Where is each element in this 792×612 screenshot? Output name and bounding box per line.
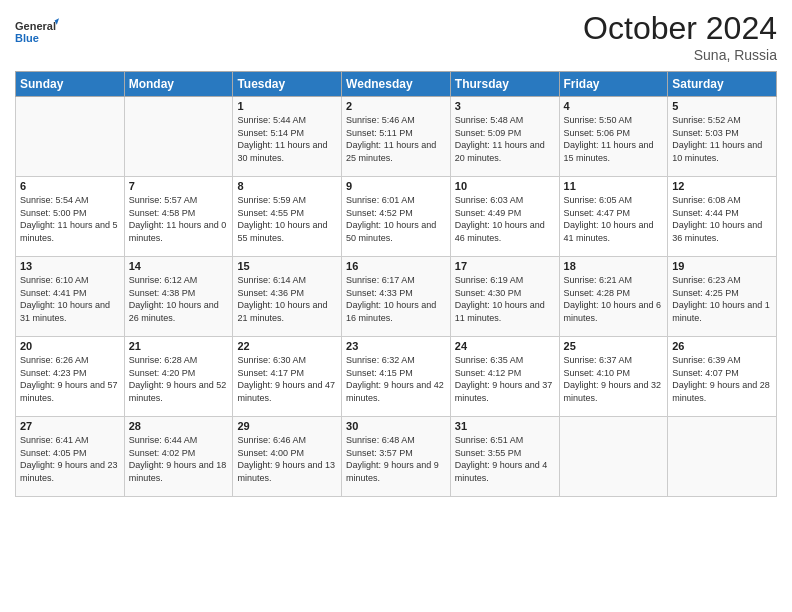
table-row: 23 Sunrise: 6:32 AMSunset: 4:15 PMDaylig… <box>342 337 451 417</box>
table-row <box>16 97 125 177</box>
day-number: 13 <box>20 260 120 272</box>
logo-svg: General Blue <box>15 10 59 54</box>
table-row: 2 Sunrise: 5:46 AMSunset: 5:11 PMDayligh… <box>342 97 451 177</box>
day-number: 23 <box>346 340 446 352</box>
day-info: Sunrise: 6:39 AMSunset: 4:07 PMDaylight:… <box>672 354 772 404</box>
calendar-table: Sunday Monday Tuesday Wednesday Thursday… <box>15 71 777 497</box>
table-row: 25 Sunrise: 6:37 AMSunset: 4:10 PMDaylig… <box>559 337 668 417</box>
header-wednesday: Wednesday <box>342 72 451 97</box>
svg-text:General: General <box>15 20 56 32</box>
month-title: October 2024 <box>583 10 777 47</box>
header-friday: Friday <box>559 72 668 97</box>
table-row: 10 Sunrise: 6:03 AMSunset: 4:49 PMDaylig… <box>450 177 559 257</box>
day-info: Sunrise: 6:26 AMSunset: 4:23 PMDaylight:… <box>20 354 120 404</box>
day-info: Sunrise: 6:08 AMSunset: 4:44 PMDaylight:… <box>672 194 772 244</box>
header-monday: Monday <box>124 72 233 97</box>
day-number: 14 <box>129 260 229 272</box>
day-info: Sunrise: 5:57 AMSunset: 4:58 PMDaylight:… <box>129 194 229 244</box>
day-number: 9 <box>346 180 446 192</box>
day-number: 2 <box>346 100 446 112</box>
day-info: Sunrise: 5:44 AMSunset: 5:14 PMDaylight:… <box>237 114 337 164</box>
day-number: 17 <box>455 260 555 272</box>
table-row: 15 Sunrise: 6:14 AMSunset: 4:36 PMDaylig… <box>233 257 342 337</box>
day-number: 12 <box>672 180 772 192</box>
header-saturday: Saturday <box>668 72 777 97</box>
table-row: 11 Sunrise: 6:05 AMSunset: 4:47 PMDaylig… <box>559 177 668 257</box>
table-row: 26 Sunrise: 6:39 AMSunset: 4:07 PMDaylig… <box>668 337 777 417</box>
day-info: Sunrise: 6:35 AMSunset: 4:12 PMDaylight:… <box>455 354 555 404</box>
table-row: 30 Sunrise: 6:48 AMSunset: 3:57 PMDaylig… <box>342 417 451 497</box>
table-row: 31 Sunrise: 6:51 AMSunset: 3:55 PMDaylig… <box>450 417 559 497</box>
day-info: Sunrise: 6:44 AMSunset: 4:02 PMDaylight:… <box>129 434 229 484</box>
table-row: 13 Sunrise: 6:10 AMSunset: 4:41 PMDaylig… <box>16 257 125 337</box>
location: Suna, Russia <box>583 47 777 63</box>
day-info: Sunrise: 5:50 AMSunset: 5:06 PMDaylight:… <box>564 114 664 164</box>
day-info: Sunrise: 6:23 AMSunset: 4:25 PMDaylight:… <box>672 274 772 324</box>
day-number: 6 <box>20 180 120 192</box>
day-info: Sunrise: 5:52 AMSunset: 5:03 PMDaylight:… <box>672 114 772 164</box>
day-number: 29 <box>237 420 337 432</box>
table-row: 6 Sunrise: 5:54 AMSunset: 5:00 PMDayligh… <box>16 177 125 257</box>
day-info: Sunrise: 6:46 AMSunset: 4:00 PMDaylight:… <box>237 434 337 484</box>
day-info: Sunrise: 6:01 AMSunset: 4:52 PMDaylight:… <box>346 194 446 244</box>
day-number: 31 <box>455 420 555 432</box>
table-row: 29 Sunrise: 6:46 AMSunset: 4:00 PMDaylig… <box>233 417 342 497</box>
day-info: Sunrise: 6:28 AMSunset: 4:20 PMDaylight:… <box>129 354 229 404</box>
day-number: 22 <box>237 340 337 352</box>
table-row: 9 Sunrise: 6:01 AMSunset: 4:52 PMDayligh… <box>342 177 451 257</box>
day-info: Sunrise: 5:59 AMSunset: 4:55 PMDaylight:… <box>237 194 337 244</box>
day-info: Sunrise: 6:51 AMSunset: 3:55 PMDaylight:… <box>455 434 555 484</box>
table-row: 17 Sunrise: 6:19 AMSunset: 4:30 PMDaylig… <box>450 257 559 337</box>
day-number: 26 <box>672 340 772 352</box>
logo: General Blue <box>15 10 59 54</box>
table-row: 27 Sunrise: 6:41 AMSunset: 4:05 PMDaylig… <box>16 417 125 497</box>
header-thursday: Thursday <box>450 72 559 97</box>
table-row <box>124 97 233 177</box>
table-row: 3 Sunrise: 5:48 AMSunset: 5:09 PMDayligh… <box>450 97 559 177</box>
day-number: 7 <box>129 180 229 192</box>
day-number: 15 <box>237 260 337 272</box>
day-info: Sunrise: 5:54 AMSunset: 5:00 PMDaylight:… <box>20 194 120 244</box>
table-row <box>559 417 668 497</box>
day-number: 19 <box>672 260 772 272</box>
day-info: Sunrise: 6:21 AMSunset: 4:28 PMDaylight:… <box>564 274 664 324</box>
day-number: 4 <box>564 100 664 112</box>
day-number: 27 <box>20 420 120 432</box>
table-row: 1 Sunrise: 5:44 AMSunset: 5:14 PMDayligh… <box>233 97 342 177</box>
header-sunday: Sunday <box>16 72 125 97</box>
table-row: 22 Sunrise: 6:30 AMSunset: 4:17 PMDaylig… <box>233 337 342 417</box>
day-info: Sunrise: 6:48 AMSunset: 3:57 PMDaylight:… <box>346 434 446 484</box>
day-info: Sunrise: 5:46 AMSunset: 5:11 PMDaylight:… <box>346 114 446 164</box>
svg-text:Blue: Blue <box>15 32 39 44</box>
day-info: Sunrise: 6:32 AMSunset: 4:15 PMDaylight:… <box>346 354 446 404</box>
day-number: 3 <box>455 100 555 112</box>
day-info: Sunrise: 6:05 AMSunset: 4:47 PMDaylight:… <box>564 194 664 244</box>
day-number: 20 <box>20 340 120 352</box>
header-tuesday: Tuesday <box>233 72 342 97</box>
calendar-header: Sunday Monday Tuesday Wednesday Thursday… <box>16 72 777 97</box>
table-row: 21 Sunrise: 6:28 AMSunset: 4:20 PMDaylig… <box>124 337 233 417</box>
day-number: 1 <box>237 100 337 112</box>
day-number: 30 <box>346 420 446 432</box>
day-info: Sunrise: 6:10 AMSunset: 4:41 PMDaylight:… <box>20 274 120 324</box>
title-block: October 2024 Suna, Russia <box>583 10 777 63</box>
day-info: Sunrise: 6:37 AMSunset: 4:10 PMDaylight:… <box>564 354 664 404</box>
table-row: 12 Sunrise: 6:08 AMSunset: 4:44 PMDaylig… <box>668 177 777 257</box>
day-number: 24 <box>455 340 555 352</box>
day-info: Sunrise: 6:03 AMSunset: 4:49 PMDaylight:… <box>455 194 555 244</box>
day-info: Sunrise: 6:14 AMSunset: 4:36 PMDaylight:… <box>237 274 337 324</box>
table-row: 19 Sunrise: 6:23 AMSunset: 4:25 PMDaylig… <box>668 257 777 337</box>
day-number: 16 <box>346 260 446 272</box>
day-info: Sunrise: 6:17 AMSunset: 4:33 PMDaylight:… <box>346 274 446 324</box>
table-row: 24 Sunrise: 6:35 AMSunset: 4:12 PMDaylig… <box>450 337 559 417</box>
table-row: 14 Sunrise: 6:12 AMSunset: 4:38 PMDaylig… <box>124 257 233 337</box>
table-row <box>668 417 777 497</box>
day-info: Sunrise: 6:30 AMSunset: 4:17 PMDaylight:… <box>237 354 337 404</box>
table-row: 20 Sunrise: 6:26 AMSunset: 4:23 PMDaylig… <box>16 337 125 417</box>
table-row: 4 Sunrise: 5:50 AMSunset: 5:06 PMDayligh… <box>559 97 668 177</box>
day-number: 25 <box>564 340 664 352</box>
day-number: 11 <box>564 180 664 192</box>
table-row: 5 Sunrise: 5:52 AMSunset: 5:03 PMDayligh… <box>668 97 777 177</box>
table-row: 18 Sunrise: 6:21 AMSunset: 4:28 PMDaylig… <box>559 257 668 337</box>
table-row: 28 Sunrise: 6:44 AMSunset: 4:02 PMDaylig… <box>124 417 233 497</box>
